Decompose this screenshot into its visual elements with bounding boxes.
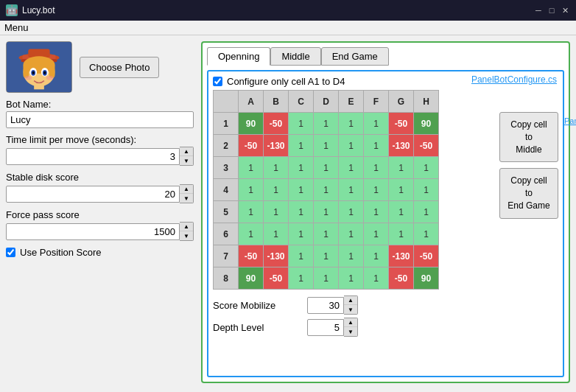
board-cell[interactable]: 1 [364, 267, 389, 290]
board-cell[interactable]: 1 [314, 201, 339, 223]
score-mobilize-up[interactable]: ▲ [344, 296, 357, 305]
time-limit-up[interactable]: ▲ [180, 147, 193, 156]
board-cell[interactable]: 1 [364, 201, 389, 223]
col-header: B [264, 91, 289, 113]
force-pass-down[interactable]: ▼ [180, 231, 193, 240]
board-cell[interactable]: -50 [389, 267, 414, 290]
time-limit-input[interactable] [6, 148, 180, 165]
board-cell[interactable]: 1 [339, 135, 364, 157]
board-cell[interactable]: 1 [364, 179, 389, 201]
board-cell[interactable]: 1 [414, 157, 439, 179]
board-cell[interactable]: -50 [264, 113, 289, 135]
board-cell[interactable]: 1 [414, 223, 439, 245]
copy-to-end-game-button[interactable]: Copy cell toEnd Game [499, 168, 558, 218]
board-cell[interactable]: 1 [264, 157, 289, 179]
board-cell[interactable]: 1 [339, 157, 364, 179]
board-cell[interactable]: -130 [389, 245, 414, 267]
board-cell[interactable]: 1 [289, 179, 314, 201]
board-cell[interactable]: 1 [364, 157, 389, 179]
board-cell[interactable]: 1 [339, 245, 364, 267]
board-cell[interactable]: 90 [239, 113, 264, 135]
copy-to-middle-button[interactable]: Copy cell toMiddle [499, 112, 558, 162]
choose-photo-button[interactable]: Choose Photo [80, 57, 159, 78]
board-cell[interactable]: 1 [414, 179, 439, 201]
app-title: Lucy.bot [22, 5, 533, 15]
score-mobilize-input[interactable] [307, 297, 344, 314]
board-cell[interactable]: 1 [289, 223, 314, 245]
board-cell[interactable]: 1 [339, 179, 364, 201]
board-cell[interactable]: 1 [264, 223, 289, 245]
board-cell[interactable]: 1 [314, 135, 339, 157]
board-cell[interactable]: 1 [264, 201, 289, 223]
board-cell[interactable]: 1 [364, 223, 389, 245]
board-cell[interactable]: 1 [389, 157, 414, 179]
force-pass-up[interactable]: ▲ [180, 223, 193, 231]
board-cell[interactable]: 1 [314, 179, 339, 201]
board-cell[interactable]: 1 [289, 245, 314, 267]
board-cell[interactable]: 1 [389, 223, 414, 245]
score-mobilize-down[interactable]: ▼ [344, 305, 357, 314]
use-position-checkbox[interactable] [6, 248, 15, 257]
tab-end-game[interactable]: End Game [321, 47, 389, 66]
board-cell[interactable]: 1 [289, 157, 314, 179]
board-cell[interactable]: 1 [339, 113, 364, 135]
depth-level-input[interactable] [307, 319, 344, 336]
board-cell[interactable]: -50 [414, 135, 439, 157]
board-cell[interactable]: 1 [389, 179, 414, 201]
depth-level-down[interactable]: ▼ [344, 327, 357, 336]
maximize-button[interactable]: □ [547, 5, 557, 15]
board-cell[interactable]: 1 [364, 113, 389, 135]
board-cell[interactable]: 1 [264, 179, 289, 201]
board-cell[interactable]: -50 [264, 267, 289, 290]
time-limit-down[interactable]: ▼ [180, 156, 193, 165]
row-header: 8 [214, 267, 239, 290]
board-cell[interactable]: -130 [264, 135, 289, 157]
minimize-button[interactable]: ─ [533, 5, 544, 15]
board-cell[interactable]: 90 [414, 113, 439, 135]
force-pass-input[interactable] [6, 223, 180, 240]
board-cell[interactable]: 90 [414, 267, 439, 290]
panel-bot-configure-link[interactable]: PanelBotConfigure.cs [471, 74, 557, 85]
board-cell[interactable]: 1 [339, 201, 364, 223]
board-cell[interactable]: 1 [314, 223, 339, 245]
board-cell[interactable]: -130 [264, 245, 289, 267]
tab-middle[interactable]: Middle [270, 47, 320, 66]
board-cell[interactable]: 1 [314, 113, 339, 135]
close-button[interactable]: ✕ [560, 5, 570, 15]
svg-point-13 [32, 71, 35, 74]
tab-openning[interactable]: Openning [207, 47, 270, 66]
title-bar: 🤖 Lucy.bot ─ □ ✕ [0, 0, 576, 21]
depth-level-up[interactable]: ▲ [344, 318, 357, 327]
board-cell[interactable]: -50 [389, 113, 414, 135]
board-cell[interactable]: 1 [314, 157, 339, 179]
board-cell[interactable]: -130 [389, 135, 414, 157]
menu-item[interactable]: Menu [4, 22, 29, 33]
stable-disk-input[interactable] [6, 186, 180, 203]
bot-name-input[interactable] [6, 111, 194, 128]
stable-disk-up[interactable]: ▲ [180, 185, 193, 194]
svg-rect-8 [49, 63, 55, 78]
board-cell[interactable]: 1 [289, 113, 314, 135]
board-cell[interactable]: -50 [239, 135, 264, 157]
board-cell[interactable]: 1 [364, 245, 389, 267]
board-cell[interactable]: 1 [314, 267, 339, 290]
board-cell[interactable]: 1 [339, 223, 364, 245]
board-cell[interactable]: 1 [339, 267, 364, 290]
board-cell[interactable]: 1 [314, 245, 339, 267]
stable-disk-down[interactable]: ▼ [180, 194, 193, 203]
corner-header [214, 91, 239, 113]
board-cell[interactable]: 1 [389, 201, 414, 223]
board-cell[interactable]: 1 [364, 135, 389, 157]
board-cell[interactable]: 1 [289, 201, 314, 223]
board-cell[interactable]: 1 [289, 135, 314, 157]
board-cell[interactable]: 90 [239, 267, 264, 290]
board-cell[interactable]: 1 [239, 201, 264, 223]
configure-cell-checkbox[interactable] [213, 77, 222, 86]
board-cell[interactable]: 1 [239, 157, 264, 179]
board-cell[interactable]: 1 [289, 267, 314, 290]
board-cell[interactable]: 1 [414, 201, 439, 223]
board-cell[interactable]: -50 [239, 245, 264, 267]
board-cell[interactable]: -50 [414, 245, 439, 267]
board-cell[interactable]: 1 [239, 223, 264, 245]
board-cell[interactable]: 1 [239, 179, 264, 201]
